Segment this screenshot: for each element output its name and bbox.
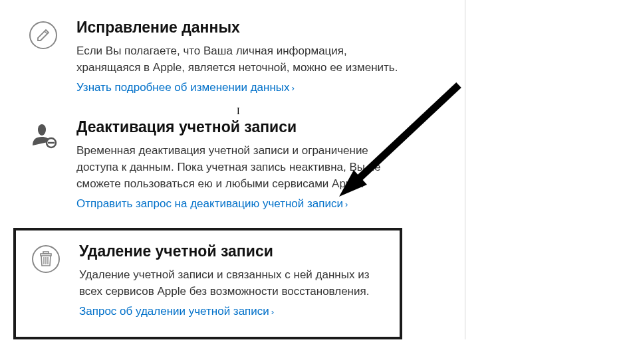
section-title: Деактивация учетной записи xyxy=(76,118,451,136)
correct-data-link[interactable]: Узнать подробнее об изменении данных› xyxy=(76,81,295,94)
trash-icon xyxy=(29,242,62,318)
chevron-right-icon: › xyxy=(292,83,295,93)
link-label: Отправить запрос на деактивацию учетной … xyxy=(76,197,343,210)
section-title: Удаление учетной записи xyxy=(79,242,386,260)
delete-account-link[interactable]: Запрос об удалении учетной записи› xyxy=(79,305,274,318)
section-delete-account: Удаление учетной записи Удаление учетной… xyxy=(13,228,402,339)
section-desc: Если Вы полагаете, что Ваша личная инфор… xyxy=(76,43,402,76)
section-correct-data: Исправление данных Если Вы полагаете, чт… xyxy=(0,7,465,106)
link-label: Узнать подробнее об изменении данных xyxy=(76,81,290,94)
svg-point-0 xyxy=(30,22,57,48)
section-deactivate-account: Деактивация учетной записи Временная деа… xyxy=(0,106,465,223)
chevron-right-icon: › xyxy=(271,307,274,317)
link-label: Запрос об удалении учетной записи xyxy=(79,305,269,318)
chevron-right-icon: › xyxy=(345,199,348,209)
section-desc: Временная деактивация учетной записи и о… xyxy=(76,143,402,192)
pencil-icon xyxy=(27,19,60,94)
svg-rect-6 xyxy=(43,252,49,254)
section-title: Исправление данных xyxy=(76,19,451,37)
section-desc: Удаление учетной записи и связанных с не… xyxy=(79,267,386,300)
deactivate-account-link[interactable]: Отправить запрос на деактивацию учетной … xyxy=(76,197,348,211)
user-deactivate-icon xyxy=(27,118,60,211)
